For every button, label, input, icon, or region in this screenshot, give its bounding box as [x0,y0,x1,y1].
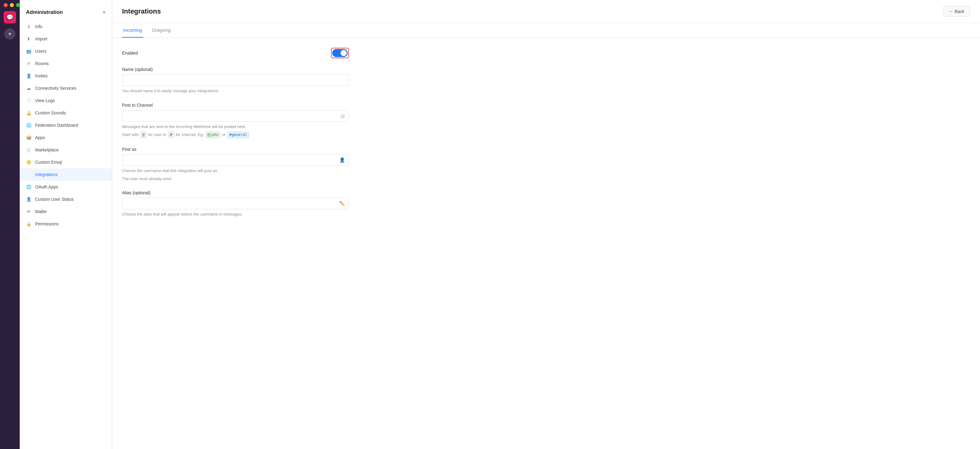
sidebar-item-label-permissions: Permissions [35,221,59,226]
alias-label: Alias (optional) [122,190,349,195]
post-to-channel-label: Post to Channel [122,103,349,108]
app-logo-icon: 💬 [6,14,13,21]
hint-or: or [222,132,226,137]
add-icon: + [8,30,12,38]
enabled-toggle[interactable] [332,49,348,57]
post-as-label: Post as [122,147,349,152]
sidebar-item-label-info: Info [35,24,42,29]
edit-icon: ✏️ [339,201,345,206]
post-as-hint1: Choose the username that this integratio… [122,168,349,174]
nav-icon-customemoji: 🙂 [26,160,32,165]
hint-start-with: Start with [122,132,139,137]
tab-incoming[interactable]: Incoming [122,23,143,38]
nav-icon-customsounds: 🔔 [26,110,32,116]
post-as-input[interactable] [122,154,349,166]
sidebar-item-label-connectivity: Connectivity Services [35,86,76,91]
post-to-channel-hint1: Messages that are sent to the Incoming W… [122,124,349,130]
minimize-button[interactable] [10,3,14,7]
sidebar-item-users[interactable]: 👥 Users [20,45,112,58]
sidebar-item-federation[interactable]: 🌐 Federation Dashboard [20,119,112,131]
sidebar-item-import[interactable]: ⬆ Import [20,33,112,45]
sidebar-item-label-marketplace: Marketplace [35,147,59,152]
sidebar: Administration × ℹ Info ⬆ Import 👥 Users… [20,0,112,449]
sidebar-item-label-oauthapps: OAuth Apps [35,184,58,189]
alias-group: Alias (optional) ✏️ Choose the alias tha… [122,190,349,217]
sidebar-item-label-apps: Apps [35,135,45,140]
at-icon: @ [340,113,345,118]
nav-icon-federation: 🌐 [26,122,32,128]
alias-input[interactable] [122,198,349,209]
post-as-input-wrapper: 👤 [122,154,349,166]
enabled-toggle-wrapper [331,48,349,58]
sidebar-item-label-invites: Invites [35,74,48,78]
at-badge: @ [140,131,146,138]
user-icon: 👤 [339,157,345,163]
alias-input-wrapper: ✏️ [122,198,349,209]
toggle-slider [332,49,348,57]
form-area: Enabled Name (optional) You should name … [112,38,359,449]
sidebar-item-integrations[interactable]: Integrations [20,168,112,181]
sidebar-item-customemoji[interactable]: 🙂 Custom Emoji [20,156,112,168]
sidebar-item-rooms[interactable]: # Rooms [20,58,112,70]
post-as-hint2: The user must already exist. [122,176,349,182]
nav-icon-info: ℹ [26,24,32,29]
enabled-row: Enabled [122,48,349,58]
sidebar-item-viewlogs[interactable]: 📄 View Logs [20,94,112,107]
sidebar-item-mailer[interactable]: ✉ Mailer [20,205,112,218]
sidebar-item-info[interactable]: ℹ Info [20,20,112,33]
sidebar-item-marketplace[interactable]: 🛒 Marketplace [20,144,112,156]
sidebar-header: Administration × [20,9,112,20]
sidebar-item-oauthapps[interactable]: 🌐 OAuth Apps [20,181,112,193]
nav-icon-invites: 👤 [26,73,32,78]
back-button[interactable]: ← Back [943,6,970,17]
nav-icon-integrations [26,172,32,177]
post-to-channel-input-wrapper: @ [122,110,349,122]
sidebar-item-invites[interactable]: 👤 Invites [20,70,112,82]
name-group: Name (optional) You should name it to ea… [122,67,349,94]
sidebar-item-apps[interactable]: 📦 Apps [20,131,112,144]
name-input[interactable] [122,74,349,86]
hint-for-channel: for channel. Eg: [176,132,204,137]
general-badge: #general [228,131,249,138]
sidebar-item-customuserstatus[interactable]: 👤 Custom User Status [20,193,112,205]
hash-badge: # [168,131,174,138]
post-as-group: Post as 👤 Choose the username that this … [122,147,349,182]
nav-icon-import: ⬆ [26,36,32,42]
nav-icon-apps: 📦 [26,135,32,140]
icon-bar: 💬 + [0,0,20,449]
sidebar-item-customsounds[interactable]: 🔔 Custom Sounds [20,107,112,119]
add-workspace-button[interactable]: + [4,28,16,40]
app-avatar[interactable]: 💬 [4,11,16,24]
nav-icon-mailer: ✉ [26,209,32,214]
nav-icon-oauthapps: 🌐 [26,184,32,190]
sidebar-item-permissions[interactable]: 🔒 Permissions [20,218,112,230]
sidebar-title: Administration [26,9,63,15]
alias-hint: Choose the alias that will appear before… [122,211,349,217]
john-badge: @john [205,131,220,138]
main-content: Integrations ← Back Incoming Outgoing En… [112,0,980,449]
sidebar-item-label-customemoji: Custom Emoji [35,160,62,165]
nav-icon-connectivity: ☁ [26,85,32,91]
sidebar-item-connectivity[interactable]: ☁ Connectivity Services [20,82,112,94]
name-hint: You should name it to easily manage your… [122,88,349,94]
sidebar-item-label-federation: Federation Dashboard [35,123,78,128]
name-label: Name (optional) [122,67,349,72]
sidebar-item-label-users: Users [35,49,46,54]
sidebar-item-label-mailer: Mailer [35,209,47,214]
main-header: Integrations ← Back [112,0,980,23]
enabled-label: Enabled [122,51,138,56]
nav-icon-permissions: 🔒 [26,221,32,227]
nav-icon-rooms: # [26,61,32,66]
page-title: Integrations [122,7,161,15]
close-button[interactable] [4,3,8,7]
post-to-channel-group: Post to Channel @ Messages that are sent… [122,103,349,139]
post-to-channel-input[interactable] [122,110,349,122]
sidebar-item-label-rooms: Rooms [35,61,49,66]
sidebar-nav: ℹ Info ⬆ Import 👥 Users # Rooms 👤 Invite… [20,20,112,449]
sidebar-close-button[interactable]: × [102,10,106,15]
nav-icon-marketplace: 🛒 [26,147,32,153]
sidebar-item-label-integrations: Integrations [35,172,57,177]
sidebar-item-label-customsounds: Custom Sounds [35,110,66,115]
maximize-button[interactable] [16,3,20,7]
tab-outgoing[interactable]: Outgoing [151,23,172,38]
